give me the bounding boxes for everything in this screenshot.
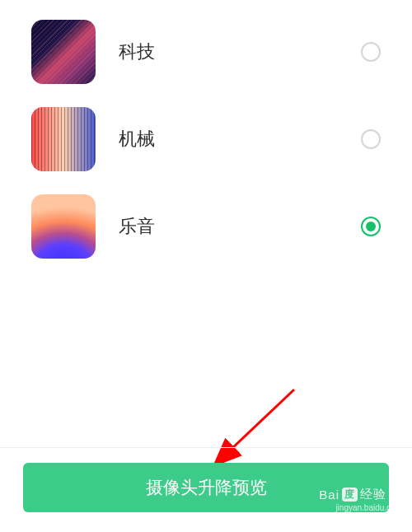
sound-options-list: 科技 机械 乐音 [0,0,412,270]
option-thumbnail-music [31,194,96,259]
option-label: 乐音 [119,214,361,239]
option-mechanical[interactable]: 机械 [0,96,412,183]
option-tech[interactable]: 科技 [0,8,412,96]
option-label: 科技 [119,40,361,64]
option-thumbnail-mechanical [31,107,96,171]
radio-unselected-icon[interactable] [361,129,381,149]
radio-unselected-icon[interactable] [361,42,381,62]
radio-selected-icon[interactable] [361,217,381,236]
option-thumbnail-tech [31,20,96,84]
camera-preview-button[interactable]: 摄像头升降预览 [23,463,389,512]
option-music[interactable]: 乐音 [0,183,412,270]
option-label: 机械 [119,127,361,152]
footer-bar: 摄像头升降预览 [0,447,412,532]
